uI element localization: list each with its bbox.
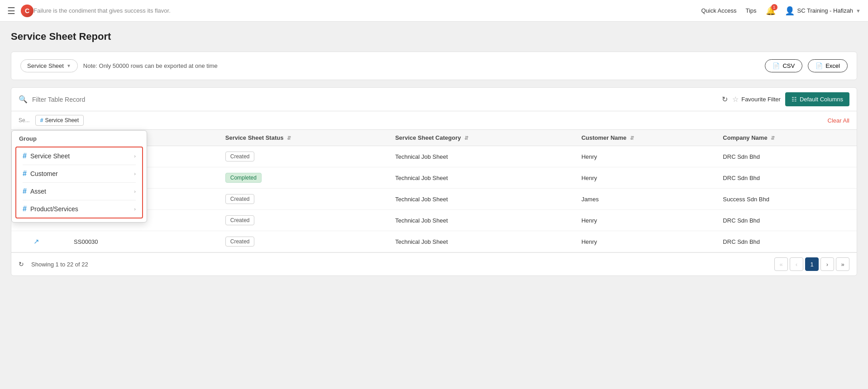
cell-customer: Henry	[575, 210, 717, 231]
page-1-button[interactable]: 1	[805, 257, 819, 271]
cell-num	[11, 231, 27, 252]
prev-page-button[interactable]: ‹	[790, 257, 803, 271]
favourite-filter-button[interactable]: ☆ Favourite Filter	[732, 95, 781, 104]
nav-right: Quick Access Tips 🔔 1 👤 SC Training - Ha…	[701, 6, 861, 16]
user-chevron-icon: ▼	[856, 8, 861, 14]
excel-icon: 📄	[816, 62, 823, 69]
cell-status: Created	[219, 189, 389, 210]
sort-icon: ⇵	[464, 135, 468, 141]
notification-bell[interactable]: 🔔 1	[766, 6, 776, 16]
clear-all-button[interactable]: Clear All	[828, 117, 849, 124]
group-dropdown-menu: Group # Service Sheet › # Customer	[11, 130, 147, 223]
columns-icon: ☷	[792, 96, 797, 103]
dropdown-item-label: Customer	[30, 170, 58, 177]
table-container: 🔍 ↻ ☆ Favourite Filter ☷ Default Columns…	[11, 87, 857, 276]
cell-category: Technical Job Sheet	[389, 167, 575, 189]
page-title: Service Sheet Report	[11, 31, 857, 43]
chevron-right-icon: ›	[134, 171, 136, 176]
dropdown-items-box: # Service Sheet › # Customer ›	[15, 147, 143, 218]
hash-icon: #	[23, 205, 27, 213]
hash-icon: #	[23, 152, 27, 160]
group-filter-row: Se... # Service Sheet Clear All Group # …	[11, 111, 857, 130]
user-menu[interactable]: 👤 SC Training - Hafizah ▼	[785, 6, 861, 16]
chevron-right-icon: ›	[134, 153, 136, 159]
col-customer-name[interactable]: Customer Name ⇵	[575, 130, 717, 146]
chevron-right-icon: ›	[134, 189, 136, 194]
group-filter-tag[interactable]: # Service Sheet	[35, 115, 84, 126]
cell-ss-no: SS00030	[67, 231, 219, 252]
cell-customer: Henry	[575, 167, 717, 189]
hash-icon: #	[23, 170, 27, 178]
cell-status: Created	[219, 146, 389, 167]
filter-dropdown-label: Service Sheet	[27, 62, 64, 69]
cell-company: DRC Sdn Bhd	[716, 231, 857, 252]
page-container: Service Sheet Report Service Sheet ▼ Not…	[0, 22, 868, 285]
status-badge: Completed	[225, 173, 262, 183]
cell-category: Technical Job Sheet	[389, 231, 575, 252]
user-icon: 👤	[785, 6, 795, 16]
dropdown-item-product-services[interactable]: # Product/Services ›	[16, 200, 142, 218]
next-page-button[interactable]: ›	[820, 257, 834, 271]
cell-status: Created	[219, 231, 389, 252]
quick-access-link[interactable]: Quick Access	[701, 7, 736, 14]
footer-showing: Showing 1 to 22 of 22	[31, 261, 88, 268]
dropdown-item-label: Service Sheet	[30, 152, 70, 160]
sort-icon: ⇵	[630, 135, 634, 141]
dropdown-item-label: Product/Services	[30, 205, 78, 213]
dropdown-item-service-sheet[interactable]: # Service Sheet ›	[16, 147, 142, 165]
cell-status: Created	[219, 210, 389, 231]
col-company-name[interactable]: Company Name ⇵	[716, 130, 857, 146]
status-badge: Created	[225, 152, 255, 161]
group-filter-se-label: Se...	[19, 117, 30, 123]
app-logo: C	[21, 5, 33, 17]
user-name: SC Training - Hafizah	[797, 7, 854, 14]
status-badge: Created	[225, 194, 255, 204]
last-page-button[interactable]: »	[836, 257, 849, 271]
cell-company: DRC Sdn Bhd	[716, 210, 857, 231]
cell-customer: Henry	[575, 231, 717, 252]
excel-button[interactable]: 📄 Excel	[808, 59, 848, 72]
tagline: Failure is the condiment that gives succ…	[33, 7, 701, 14]
cell-category: Technical Job Sheet	[389, 189, 575, 210]
hash-icon: #	[23, 187, 27, 195]
hash-icon: #	[40, 117, 43, 123]
notification-count: 1	[771, 4, 777, 10]
dropdown-item-customer[interactable]: # Customer ›	[16, 165, 142, 182]
first-page-button[interactable]: «	[774, 257, 788, 271]
footer-refresh-icon[interactable]: ↻	[19, 261, 24, 268]
sort-icon: ⇵	[287, 135, 291, 141]
col-ss-status[interactable]: Service Sheet Status ⇵	[219, 130, 389, 146]
cell-company: DRC Sdn Bhd	[716, 167, 857, 189]
search-icon: 🔍	[19, 95, 28, 104]
tips-link[interactable]: Tips	[745, 7, 756, 14]
default-columns-button[interactable]: ☷ Default Columns	[785, 92, 849, 106]
search-bar: 🔍 ↻ ☆ Favourite Filter ☷ Default Columns	[11, 88, 857, 111]
cell-customer: Henry	[575, 146, 717, 167]
search-input[interactable]	[32, 96, 717, 103]
table-footer: ↻ Showing 1 to 22 of 22 « ‹ 1 › »	[11, 252, 857, 275]
filter-dropdown[interactable]: Service Sheet ▼	[20, 59, 78, 72]
hamburger-icon[interactable]: ☰	[7, 5, 15, 16]
external-link-icon[interactable]: ↗	[33, 237, 39, 245]
favourite-filter-label: Favourite Filter	[741, 96, 781, 103]
chevron-down-icon: ▼	[67, 63, 71, 68]
cell-company: DRC Sdn Bhd	[716, 146, 857, 167]
cell-company: Success Sdn Bhd	[716, 189, 857, 210]
col-ss-category[interactable]: Service Sheet Category ⇵	[389, 130, 575, 146]
cell-category: Technical Job Sheet	[389, 146, 575, 167]
cell-customer: James	[575, 189, 717, 210]
top-nav: ☰ C Failure is the condiment that gives …	[0, 0, 868, 22]
sort-icon: ⇵	[771, 135, 775, 141]
refresh-icon[interactable]: ↻	[722, 95, 728, 104]
pagination: « ‹ 1 › »	[774, 257, 849, 271]
group-filter-label: Service Sheet	[45, 117, 79, 123]
dropdown-header: Group	[12, 131, 147, 145]
status-badge: Created	[225, 237, 255, 247]
cell-ext-link[interactable]: ↗	[27, 231, 67, 252]
filter-note: Note: Only 50000 rows can be exported at…	[83, 62, 760, 69]
dropdown-item-asset[interactable]: # Asset ›	[16, 183, 142, 200]
dropdown-item-label: Asset	[30, 188, 46, 195]
csv-button[interactable]: 📄 CSV	[765, 59, 802, 72]
status-badge: Created	[225, 215, 255, 225]
default-columns-label: Default Columns	[800, 96, 843, 103]
